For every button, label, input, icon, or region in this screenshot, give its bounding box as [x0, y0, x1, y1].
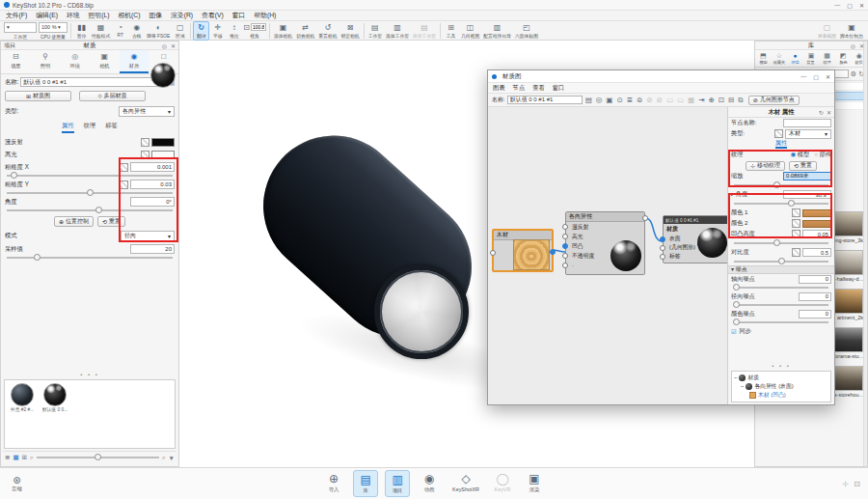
tab-camera[interactable]: ▣相机	[90, 50, 120, 73]
material-item[interactable]: 默认值 0 0...	[41, 383, 69, 412]
libtab-favorites[interactable]: ☆收藏夹	[772, 50, 788, 67]
surface-pin[interactable]	[660, 236, 665, 242]
geometry-node-button[interactable]: ⊘几何图形节点	[748, 96, 800, 105]
tab-material[interactable]: ◉材质	[120, 50, 149, 73]
thumbnails-toggle-icon[interactable]: ▣	[605, 96, 613, 104]
samples-slider[interactable]	[1, 254, 178, 262]
specular-texture-slot[interactable]	[141, 151, 149, 159]
align-nodes-icon[interactable]: ≣	[626, 96, 634, 104]
libtab-backplates[interactable]: ▣背景	[803, 50, 820, 67]
lines-button[interactable]: ◉合线	[128, 22, 145, 40]
roughness-x-field[interactable]: 0.001	[130, 162, 175, 172]
subtab-properties[interactable]: 属性	[62, 122, 74, 133]
close-icon[interactable]: ✕	[826, 73, 830, 80]
scale-slider[interactable]	[728, 181, 834, 189]
roughness-x-slider[interactable]	[1, 172, 178, 180]
geometry-pin[interactable]	[660, 245, 665, 251]
panel-splitter[interactable]: • • •	[1, 372, 178, 377]
radial-noise-slider[interactable]	[728, 301, 834, 309]
cloud-button[interactable]: ⊛ 云端	[12, 475, 22, 492]
filter-icon[interactable]: ▼	[169, 455, 175, 461]
detach-panel-icon[interactable]: ◎	[851, 42, 855, 49]
menu-edit[interactable]: 编辑(E)	[36, 11, 58, 20]
lock-icon[interactable]: ⊜	[636, 96, 643, 104]
paste-icon[interactable]: ▭	[676, 96, 685, 104]
project-button[interactable]: ▥项目	[385, 470, 410, 497]
screenshot-button[interactable]: ▢屏幕截图	[816, 22, 838, 40]
list-view-icon[interactable]: ≣	[5, 454, 10, 461]
maximize-icon[interactable]: ▢	[813, 73, 819, 80]
minimize-icon[interactable]: —	[834, 2, 840, 9]
zoom-out-icon[interactable]: ⌕	[30, 454, 34, 461]
texture-angle-slider[interactable]	[728, 200, 834, 208]
tab-lighting[interactable]: ⚲照明	[31, 50, 61, 73]
save-studio-button[interactable]: ▤保存工作室	[411, 22, 438, 40]
axial-noise-field[interactable]: 0	[799, 275, 831, 284]
samples-field[interactable]: 20	[130, 244, 175, 254]
detail-view-icon[interactable]: ⊞	[22, 454, 27, 461]
diffuse-pin[interactable]	[562, 224, 568, 230]
menu-render[interactable]: 渲染(R)	[171, 11, 193, 20]
contrast-slider[interactable]	[728, 258, 834, 265]
close-panel-icon[interactable]: ✕	[171, 42, 176, 49]
color1-texture-slot[interactable]	[792, 208, 800, 217]
reset-camera-button[interactable]: ↺重置相机	[316, 22, 339, 40]
menu-view[interactable]: 查看(V)	[202, 11, 224, 20]
keyshotxr-button[interactable]: ◇KeyShotXR	[448, 470, 483, 497]
animation-button[interactable]: ◉动画	[417, 470, 442, 497]
menu-image[interactable]: 图像	[149, 11, 162, 20]
detach-panel-icon[interactable]: ◎	[162, 42, 167, 49]
unlink-icon[interactable]: ⊘	[656, 96, 664, 104]
bump-height-slider[interactable]	[728, 239, 834, 247]
material-name-input[interactable]	[20, 77, 167, 87]
roughness-y-texture-slot[interactable]	[120, 180, 128, 189]
library-button[interactable]: ▤库	[353, 470, 378, 497]
menu-help[interactable]: 帮助(H)	[254, 11, 276, 20]
configurator-wizard-button[interactable]: ▥配置程序向导	[481, 22, 513, 40]
copy-icon[interactable]: ▭	[665, 96, 674, 104]
angle-field[interactable]: 0°	[130, 197, 175, 207]
subtab-textures[interactable]: 纹理	[84, 122, 96, 133]
menu-camera[interactable]: 相机(C)	[118, 11, 140, 20]
aniso-output-pin[interactable]	[642, 215, 648, 221]
material-graph-button[interactable]: ⊞材质图	[5, 91, 71, 101]
mode-dropdown[interactable]: 径向▾	[121, 231, 175, 241]
reset-button[interactable]: ⟲重置	[97, 216, 125, 227]
close-panel-icon[interactable]: ✕	[859, 42, 864, 49]
props-tab-properties[interactable]: 属性	[775, 139, 787, 149]
add-node-icon[interactable]: ⊕	[707, 96, 715, 104]
render-preview-icon[interactable]: ⊙	[615, 96, 623, 104]
wood-output-pin[interactable]	[550, 249, 556, 255]
save-icon[interactable]: ▤	[584, 96, 593, 104]
reset-texture-button[interactable]: ⟲重置	[789, 161, 817, 171]
switch-camera-button[interactable]: ⇄切换相机	[294, 22, 316, 40]
sync-checkbox[interactable]: ☑	[731, 328, 737, 335]
performance-mode-button[interactable]: ▦性能模式	[90, 22, 112, 40]
dolly-button[interactable]: ↕推拉	[226, 22, 242, 40]
tab-environment[interactable]: ◎环境	[60, 50, 90, 73]
close-icon[interactable]: ✕	[827, 109, 831, 116]
material-item[interactable]: 外壳 #2 #...	[8, 383, 37, 412]
axis-gizmo-icon[interactable]: ⊹	[843, 480, 850, 488]
position-control-button[interactable]: ⊕位置控制	[54, 216, 94, 227]
radio-part[interactable]: ○ 部件	[814, 151, 831, 159]
contrast-field[interactable]: 0.5	[802, 248, 831, 257]
graph-canvas[interactable]: 木材 各向异性 漫反射 高光 凹凸 不透明度 ·	[488, 107, 728, 404]
libtab-colors[interactable]: ◩颜色	[835, 50, 852, 67]
color1-swatch[interactable]	[802, 209, 831, 217]
libtab-environments[interactable]: ●环境	[787, 50, 803, 67]
perspective-value-field[interactable]	[251, 23, 266, 31]
settings-icon[interactable]: ⚙	[851, 70, 856, 78]
node-wood[interactable]: 木材	[492, 229, 554, 272]
diffuse-color-swatch[interactable]	[151, 138, 175, 147]
node-name-input[interactable]	[783, 119, 831, 127]
wood-input-pin[interactable]	[490, 250, 496, 256]
bump-texture-slot[interactable]	[792, 230, 800, 238]
tumble-button[interactable]: ↻翻转	[193, 21, 209, 41]
maximize-icon[interactable]: ▢	[847, 2, 853, 9]
tab-scene[interactable]: ⊟场景	[1, 50, 31, 73]
bump-pin[interactable]	[562, 243, 568, 249]
close-icon[interactable]: ✕	[859, 2, 864, 9]
link-icon[interactable]: ⊘	[645, 96, 653, 104]
tree-item-material[interactable]: −材质	[734, 374, 828, 382]
